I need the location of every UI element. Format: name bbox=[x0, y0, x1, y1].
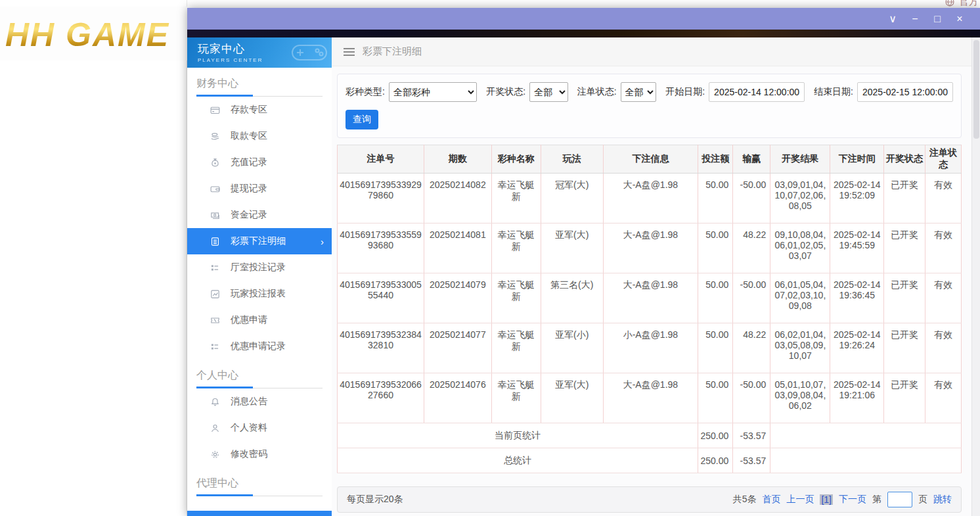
cell-play: 亚军(小) bbox=[541, 323, 603, 373]
sidebar-item-recharge-record[interactable]: 充值记录 bbox=[187, 149, 332, 176]
cell-bet-info: 小-A盘@1.98 bbox=[603, 323, 698, 373]
cell-amount: 50.00 bbox=[698, 373, 733, 423]
bell-icon bbox=[210, 396, 221, 408]
cell-order-status: 有效 bbox=[925, 174, 961, 223]
cell-amount: 50.00 bbox=[698, 174, 733, 223]
col-win-loss: 输赢 bbox=[733, 145, 770, 174]
sidebar-item-lottery-bet-detail[interactable]: 彩票下注明细 › bbox=[187, 228, 332, 254]
cell-play: 亚军(大) bbox=[541, 373, 603, 423]
cell-order-status: 有效 bbox=[925, 373, 961, 423]
cell-bet-info: 大-A盘@1.98 bbox=[603, 223, 698, 273]
content-topbar: 彩票下注明细 bbox=[332, 37, 980, 66]
table-row: 401569173953238432810 20250214077 幸运飞艇新 … bbox=[338, 323, 962, 373]
sidebar: 玩家中心 PLAYERS CENTER 财务中心 存款专区 取款专区 充值记录 … bbox=[187, 37, 332, 516]
sidebar-item-message-notice[interactable]: 消息公告 bbox=[187, 388, 332, 415]
sidebar-item-label: 修改密码 bbox=[231, 448, 267, 460]
vertical-scrollbar[interactable] bbox=[971, 37, 980, 516]
sidebar-item-withdraw-zone[interactable]: 取款专区 bbox=[187, 123, 332, 149]
official-site-label[interactable]: 官方 bbox=[959, 0, 979, 8]
chevron-right-icon: › bbox=[321, 236, 324, 247]
current-page-summary-row: 当前页统计 250.00 -53.57 bbox=[338, 423, 962, 448]
logo-band: HH GAME bbox=[0, 7, 187, 60]
background-page: HH GAME bbox=[0, 0, 187, 516]
start-date-label: 开始日期: bbox=[665, 86, 705, 98]
cell-period: 20250214076 bbox=[424, 373, 492, 423]
collapse-button[interactable]: ∨ bbox=[881, 8, 904, 30]
start-date-input[interactable] bbox=[709, 82, 805, 102]
sidebar-item-label: 玩家投注报表 bbox=[231, 288, 286, 300]
cell-win-loss: 48.22 bbox=[733, 323, 770, 373]
first-page-link[interactable]: 首页 bbox=[762, 494, 780, 505]
banknote-icon bbox=[210, 210, 221, 221]
cell-draw-status: 已开奖 bbox=[884, 273, 925, 323]
table-header-row: 注单号 期数 彩种名称 玩法 下注信息 投注额 输赢 开奖结果 下注时间 开奖状… bbox=[338, 145, 962, 174]
minimize-button[interactable]: − bbox=[904, 8, 926, 30]
cell-result: 06,02,01,04,03,05,08,09,10,07 bbox=[770, 323, 830, 373]
sidebar-item-deposit-zone[interactable]: 存款专区 bbox=[187, 97, 332, 123]
gear-icon bbox=[210, 449, 221, 460]
user-icon bbox=[210, 423, 221, 434]
maximize-button[interactable]: □ bbox=[926, 8, 948, 30]
order-status-select[interactable]: 全部 bbox=[621, 82, 657, 102]
cell-period: 20250214081 bbox=[424, 223, 492, 273]
table-row: 401569173953355993680 20250214081 幸运飞艇新 … bbox=[338, 223, 962, 273]
query-button[interactable]: 查询 bbox=[345, 110, 378, 129]
sidebar-item-promo-apply[interactable]: 优惠申请 bbox=[187, 307, 332, 333]
cell-order-no: 401569173953238432810 bbox=[338, 323, 424, 373]
sidebar-item-label: 提现记录 bbox=[231, 183, 267, 195]
end-date-label: 结束日期: bbox=[814, 86, 853, 98]
cell-result: 03,09,01,04,10,07,02,06,08,05 bbox=[770, 174, 830, 223]
cell-lottery: 幸运飞艇新 bbox=[491, 323, 541, 373]
close-button[interactable]: × bbox=[948, 8, 971, 30]
cell-order-no: 401569173953355993680 bbox=[338, 223, 424, 273]
filter-panel: 彩种类型: 全部彩种 开奖状态: 全部 注单状态: 全部 开始日期: 结束日期:… bbox=[337, 74, 962, 138]
cell-bet-time: 2025-02-14 19:26:24 bbox=[830, 323, 884, 373]
gamepad-icon bbox=[288, 39, 330, 65]
scrollbar-thumb[interactable] bbox=[973, 40, 979, 139]
hamburger-menu-icon[interactable] bbox=[344, 46, 355, 58]
sidebar-item-personal-profile[interactable]: 个人资料 bbox=[187, 415, 332, 441]
col-play: 玩法 bbox=[541, 145, 603, 174]
col-bet-time: 下注时间 bbox=[830, 145, 884, 174]
cell-bet-time: 2025-02-14 19:52:09 bbox=[830, 174, 884, 223]
sidebar-header: 玩家中心 PLAYERS CENTER bbox=[187, 37, 332, 68]
section-personal-center: 个人中心 bbox=[196, 369, 323, 388]
lottery-type-select[interactable]: 全部彩种 bbox=[389, 82, 477, 102]
sidebar-item-withdrawal-record[interactable]: 提现记录 bbox=[187, 176, 332, 202]
cell-bet-info: 大-A盘@1.98 bbox=[603, 273, 698, 323]
current-page-indicator[interactable]: [1] bbox=[820, 494, 833, 505]
end-date-input[interactable] bbox=[857, 82, 953, 102]
draw-status-select[interactable]: 全部 bbox=[529, 82, 568, 102]
next-page-link[interactable]: 下一页 bbox=[839, 494, 866, 505]
cell-order-status: 有效 bbox=[925, 323, 961, 373]
pagination-bar: 每页显示20条 共5条 首页 上一页 [1] 下一页 第 页 跳转 bbox=[337, 486, 962, 513]
bet-detail-table: 注单号 期数 彩种名称 玩法 下注信息 投注额 输赢 开奖结果 下注时间 开奖状… bbox=[337, 145, 962, 473]
sidebar-item-promo-apply-record[interactable]: 优惠申请记录 bbox=[187, 333, 332, 360]
sidebar-item-funds-record[interactable]: 资金记录 bbox=[187, 202, 332, 228]
cell-bet-time: 2025-02-14 19:21:06 bbox=[830, 373, 884, 423]
cell-play: 第三名(大) bbox=[541, 273, 603, 323]
cell-play: 亚军(大) bbox=[541, 223, 603, 273]
sidebar-item-hall-bet-record[interactable]: 厅室投注记录 bbox=[187, 254, 332, 281]
sidebar-item-label: 存款专区 bbox=[231, 104, 267, 116]
jump-link[interactable]: 跳转 bbox=[933, 494, 952, 505]
prev-page-link[interactable]: 上一页 bbox=[786, 494, 814, 505]
sidebar-item-change-password[interactable]: 修改密码 bbox=[187, 441, 332, 467]
section-agent-center: 代理中心 bbox=[196, 477, 323, 496]
wallet-icon bbox=[210, 183, 221, 195]
cell-result: 06,01,05,04,07,02,03,10,09,08 bbox=[770, 273, 830, 323]
summary-label: 总统计 bbox=[338, 448, 698, 473]
col-order-no: 注单号 bbox=[338, 145, 424, 174]
money-bag-icon bbox=[210, 157, 221, 168]
summary-win-loss: -53.57 bbox=[733, 423, 770, 448]
draw-status-label: 开奖状态: bbox=[486, 86, 525, 98]
summary-amount: 250.00 bbox=[698, 448, 733, 473]
table-row: 401569173953300555440 20250214079 幸运飞艇新 … bbox=[338, 273, 962, 323]
col-order-status: 注单状态 bbox=[925, 145, 961, 174]
cell-play: 冠军(大) bbox=[541, 174, 603, 223]
cell-lottery: 幸运飞艇新 bbox=[491, 273, 541, 323]
page-title: 彩票下注明细 bbox=[363, 45, 422, 58]
sidebar-item-player-bet-report[interactable]: 玩家投注报表 bbox=[187, 281, 332, 307]
sidebar-bottom-strip bbox=[187, 511, 332, 516]
page-jump-input[interactable] bbox=[887, 492, 912, 507]
